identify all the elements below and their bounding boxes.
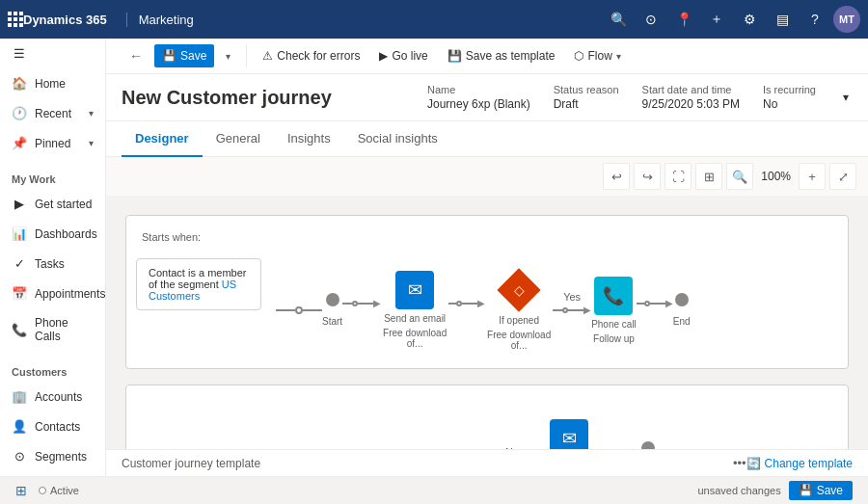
location-icon[interactable]: 📍 <box>669 5 698 34</box>
node-end-1: End <box>673 293 691 327</box>
change-template-button[interactable]: 🔄 Change template <box>746 457 853 470</box>
search-icon[interactable]: 🔍 <box>604 5 633 34</box>
sidebar-toggle[interactable]: ☰ <box>0 39 105 68</box>
fullscreen-button[interactable]: ⤢ <box>829 163 856 190</box>
tab-designer[interactable]: Designer <box>122 121 203 157</box>
change-template-icon: 🔄 <box>746 457 761 470</box>
node-if-opened[interactable]: ◇ If opened Free download of... <box>485 269 553 351</box>
save-dropdown-button[interactable]: ▾ <box>218 46 238 66</box>
recent-apps-icon[interactable]: ⊙ <box>637 5 665 34</box>
zoom-value: 100% <box>761 170 791 183</box>
no-label: No <box>505 446 519 449</box>
line3 <box>342 303 352 305</box>
start-label: Start <box>322 316 342 327</box>
sidebar-phone-calls-label: Phone Calls <box>35 316 94 343</box>
help-icon[interactable]: ? <box>800 5 829 34</box>
arrow4: ▶ <box>665 298 673 308</box>
tab-insights[interactable]: Insights <box>274 121 344 157</box>
connector-phone-end: ▶ <box>637 298 673 308</box>
yes-connector: Yes ▶ <box>553 291 591 315</box>
tab-social-insights[interactable]: Social insights <box>344 121 451 157</box>
sidebar-item-recent[interactable]: 🕐 Recent ▾ <box>0 98 105 128</box>
save-button[interactable]: 💾 Save <box>154 44 214 67</box>
condition-icon: ◇ <box>514 282 525 298</box>
sidebar-item-appointments[interactable]: 📅 Appointments <box>0 279 105 308</box>
sidebar-item-home[interactable]: 🏠 Home <box>0 68 105 98</box>
line2 <box>303 309 322 311</box>
save-template-icon: 💾 <box>448 49 462 63</box>
condition-start-box: Contact is a member of the segment US Cu… <box>136 247 261 310</box>
flow-icon: ⬡ <box>574 49 583 63</box>
filter-icon[interactable]: ▤ <box>768 5 797 34</box>
sidebar-home-label: Home <box>35 77 94 91</box>
sidebar-item-accounts[interactable]: 🏢 Accounts <box>0 382 105 411</box>
app-name: Dynamics 365 <box>23 13 107 27</box>
connector-email2-end: ▶ <box>603 446 639 449</box>
zoom-in-button[interactable]: + <box>799 163 826 190</box>
sidebar-item-contacts[interactable]: 👤 Contacts <box>0 411 105 441</box>
template-label: Customer journey template <box>122 457 725 470</box>
save-icon: 💾 <box>162 49 176 63</box>
sidebar-contacts-label: Contacts <box>35 420 94 434</box>
yes-label: Yes <box>563 291 581 303</box>
add-icon[interactable]: ＋ <box>702 5 731 34</box>
grid-menu-icon[interactable] <box>8 12 23 27</box>
node-email-2[interactable]: ✉ Send an email Reminder message <box>535 419 603 449</box>
condition-box: Contact is a member of the segment US Cu… <box>136 258 261 310</box>
node-start[interactable]: Start <box>322 293 342 327</box>
sidebar-item-get-started[interactable]: ▶ Get started <box>0 189 105 219</box>
end-1-circle <box>675 293 689 306</box>
recurring-label: Is recurring <box>763 84 816 95</box>
node-email-1[interactable]: ✉ Send an email Free download of... <box>381 271 448 349</box>
status-right: unsaved changes 💾 Save <box>697 481 853 500</box>
tab-general[interactable]: General <box>203 121 274 157</box>
zoom-out-button[interactable]: 🔍 <box>726 163 753 190</box>
meta-name: Name Journey 6xp (Blank) <box>427 84 530 111</box>
flow-row-bottom: No ▶ ✉ Send an email <box>493 419 657 449</box>
user-avatar[interactable]: MT <box>833 6 860 33</box>
segments-icon: ⊙ <box>12 449 27 464</box>
pin-icon: 📌 <box>12 136 27 150</box>
save-label: Save <box>180 49 206 63</box>
yes-line: ▶ <box>553 305 591 315</box>
redo-button[interactable]: ↪ <box>634 163 661 190</box>
if-opened-sublabel: Free download of... <box>485 330 553 351</box>
meta-status: Status reason Draft <box>554 84 619 111</box>
template-options-icon[interactable]: ••• <box>733 456 746 470</box>
sidebar-item-phone-calls[interactable]: 📞 Phone Calls <box>0 308 105 351</box>
undo-button[interactable]: ↩ <box>603 163 630 190</box>
status-save-button[interactable]: 💾 Save <box>789 481 853 500</box>
back-button[interactable]: ← <box>122 44 150 67</box>
end-2-circle <box>641 441 655 449</box>
fit-button[interactable]: ⛶ <box>665 163 692 190</box>
node-end-2: End <box>639 441 657 449</box>
date-label: Start date and time <box>642 84 740 95</box>
settings-icon[interactable]: ⚙ <box>735 5 764 34</box>
journey-canvas[interactable]: Starts when: Contact is a member of the … <box>106 196 868 449</box>
sidebar-item-segments[interactable]: ⊙ Segments <box>0 441 105 471</box>
status-active-label: Active <box>50 485 79 496</box>
check-errors-button[interactable]: ⚠ Check for errors <box>255 44 367 67</box>
save-template-button[interactable]: 💾 Save as template <box>440 44 563 67</box>
sidebar-item-tasks[interactable]: ✓ Tasks <box>0 249 105 279</box>
get-started-icon: ▶ <box>12 197 27 211</box>
node-phone-call[interactable]: 📞 Phone call Follow up <box>591 277 637 344</box>
top-navigation: Dynamics 365 Marketing 🔍 ⊙ 📍 ＋ ⚙ ▤ ? MT <box>0 0 868 39</box>
home-icon: 🏠 <box>12 76 27 91</box>
sidebar-item-pinned[interactable]: 📌 Pinned ▾ <box>0 128 105 158</box>
flow-dropdown-arrow: ▾ <box>616 51 621 62</box>
toolbar-sep1 <box>246 44 247 67</box>
accounts-icon: 🏢 <box>12 389 27 404</box>
bottom-bar: Customer journey template ••• 🔄 Change t… <box>106 449 868 476</box>
grid-view-button[interactable]: ⊞ <box>695 163 722 190</box>
status-save-icon: 💾 <box>799 484 813 497</box>
connector-start-email: ▶ <box>342 298 381 308</box>
email-1-icon: ✉ <box>395 271 434 309</box>
go-live-button[interactable]: ▶ Go live <box>371 44 435 67</box>
flow-label: Flow <box>587 49 611 63</box>
sidebar-item-dashboards[interactable]: 📊 Dashboards <box>0 219 105 249</box>
line1 <box>276 309 295 311</box>
meta-expand-button[interactable]: ▾ <box>839 87 853 108</box>
meta-recurring: Is recurring No <box>763 84 816 111</box>
flow-button[interactable]: ⬡ Flow ▾ <box>566 44 628 67</box>
